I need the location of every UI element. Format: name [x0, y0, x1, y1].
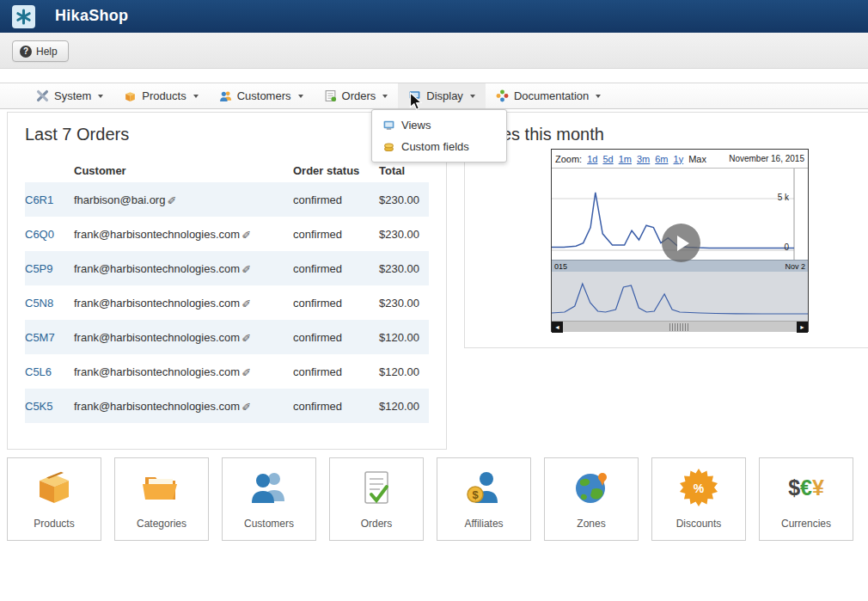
play-icon: [677, 236, 689, 251]
order-total: $230.00: [379, 262, 431, 275]
chevron-down-icon: [193, 95, 199, 98]
table-row: C5L6 frank@harbisontechnologies.com✎ con…: [25, 354, 429, 389]
shortcut-customers[interactable]: Customers: [222, 457, 316, 541]
edit-pencil-icon[interactable]: ✎: [241, 228, 251, 241]
display-dropdown: Views Custom fields: [371, 109, 507, 163]
order-total: $120.00: [379, 365, 431, 378]
sales-line-chart: 5 k 0: [552, 169, 808, 260]
sales-panel-title: Sales this month: [465, 113, 868, 144]
shortcut-label: Currencies: [781, 518, 831, 530]
folder-icon: [141, 469, 182, 506]
chart-date-label: November 16, 2015: [729, 154, 804, 163]
help-button[interactable]: ? Help: [12, 40, 69, 62]
main-menu: System Products Customers: [0, 83, 868, 109]
sales-chart-widget: Zoom: 1d 5d 1m 3m 6m 1y Max November 16,…: [551, 149, 809, 332]
order-number-link[interactable]: C5K5: [25, 400, 74, 413]
col-status: Order status: [293, 164, 379, 177]
customer-email: frank@harbisontechnologies.com: [74, 228, 240, 241]
zoom-range-max[interactable]: Max: [688, 154, 706, 164]
menu-item-documentation[interactable]: Documentation: [486, 83, 611, 108]
table-row: C5M7 frank@harbisontechnologies.com✎ con…: [25, 320, 429, 354]
col-total: Total: [379, 164, 431, 177]
customer-email: frank@harbisontechnologies.com: [74, 262, 240, 275]
edit-pencil-icon[interactable]: ✎: [241, 297, 251, 310]
shortcut-label: Orders: [361, 518, 393, 530]
dollar-glyph: $: [788, 475, 800, 500]
order-status: confirmed: [293, 297, 379, 310]
help-icon: ?: [20, 46, 32, 58]
shortcut-label: Products: [34, 518, 74, 530]
hikashop-logo[interactable]: [12, 5, 35, 28]
edit-pencil-icon[interactable]: ✎: [241, 331, 251, 344]
chevron-down-icon: [298, 95, 303, 98]
nav-date-right: Nov 2: [785, 262, 805, 271]
edit-pencil-icon[interactable]: ✎: [167, 193, 176, 206]
affiliates-icon: $: [464, 469, 504, 506]
currencies-icon: $ € ¥: [788, 469, 824, 506]
order-number-link[interactable]: C5L6: [25, 365, 74, 378]
order-status: confirmed: [293, 400, 379, 413]
menu-item-system[interactable]: System: [26, 83, 113, 108]
order-customer-cell: frank@harbisontechnologies.com✎: [74, 297, 293, 310]
table-row: C5K5 frank@harbisontechnologies.com✎ con…: [25, 389, 429, 423]
percent-glyph: %: [694, 481, 705, 495]
table-row: C6R1 fharbison@bai.org✎ confirmed $230.0…: [25, 182, 429, 217]
edit-pencil-icon[interactable]: ✎: [241, 365, 251, 378]
shortcut-label: Discounts: [676, 518, 722, 530]
shortcut-discounts[interactable]: % Discounts: [651, 457, 746, 541]
order-status: confirmed: [293, 193, 379, 206]
order-number-link[interactable]: C5P9: [25, 262, 74, 275]
scroll-left-icon[interactable]: ◄: [552, 322, 563, 333]
order-number-link[interactable]: C5M7: [25, 331, 74, 344]
order-status: confirmed: [293, 262, 379, 275]
menu-item-orders[interactable]: Orders: [314, 83, 399, 108]
chart-scrollbar[interactable]: ◄ ►: [552, 321, 808, 332]
order-list-icon: [324, 89, 337, 102]
zoom-range-1m[interactable]: 1m: [619, 154, 632, 164]
order-total: $230.00: [379, 228, 431, 241]
order-number-link[interactable]: C6Q0: [25, 228, 74, 241]
views-icon: [382, 119, 395, 132]
menu-item-products[interactable]: Products: [113, 83, 208, 108]
top-bar: HikaShop: [0, 0, 868, 33]
menu-item-custom-fields[interactable]: Custom fields: [372, 136, 506, 157]
edit-pencil-icon[interactable]: ✎: [241, 262, 251, 275]
custom-fields-icon: [382, 140, 395, 153]
edit-pencil-icon[interactable]: ✎: [241, 400, 251, 413]
zoom-range-6m[interactable]: 6m: [655, 154, 668, 164]
dropdown-item-label: Views: [401, 119, 431, 132]
order-number-link[interactable]: C5N8: [25, 297, 74, 310]
shortcut-affiliates[interactable]: $ Affiliates: [437, 457, 531, 541]
menu-item-customers[interactable]: Customers: [209, 83, 314, 108]
brand-title[interactable]: HikaShop: [55, 7, 128, 25]
order-customer-cell: frank@harbisontechnologies.com✎: [74, 228, 293, 241]
shortcut-orders[interactable]: Orders: [329, 457, 424, 541]
box-icon: [124, 89, 137, 102]
euro-glyph: €: [800, 475, 812, 500]
menu-label: Orders: [342, 89, 376, 102]
shortcut-categories[interactable]: Categories: [114, 457, 209, 541]
y-axis-label-5k: 5 k: [778, 193, 789, 202]
zoom-label: Zoom:: [555, 154, 582, 164]
zoom-range-3m[interactable]: 3m: [637, 154, 650, 164]
menu-label: Products: [142, 89, 186, 102]
menu-item-views[interactable]: Views: [372, 114, 506, 136]
order-number-link[interactable]: C6R1: [25, 193, 74, 206]
shortcut-currencies[interactable]: $ € ¥ Currencies: [759, 457, 853, 541]
zoom-range-5d[interactable]: 5d: [602, 154, 613, 164]
play-button[interactable]: [662, 224, 700, 262]
menu-item-display[interactable]: Display: [398, 83, 486, 108]
customers-icon: [249, 469, 289, 506]
shortcut-zones[interactable]: Zones: [544, 457, 639, 541]
scroll-right-icon[interactable]: ►: [797, 322, 808, 333]
zoom-range-1d[interactable]: 1d: [587, 154, 597, 164]
pinwheel-icon: [496, 89, 509, 102]
navigator-chart[interactable]: [552, 272, 808, 321]
shortcut-products[interactable]: Products: [7, 457, 101, 541]
zoom-range-1y[interactable]: 1y: [674, 154, 684, 164]
scrollbar-grip[interactable]: [669, 323, 690, 331]
product-box-icon: [34, 469, 74, 506]
orders-table: Customer Order status Total C6R1 fharbis…: [25, 158, 429, 423]
order-total: $230.00: [379, 193, 431, 206]
order-total: $120.00: [379, 400, 431, 413]
